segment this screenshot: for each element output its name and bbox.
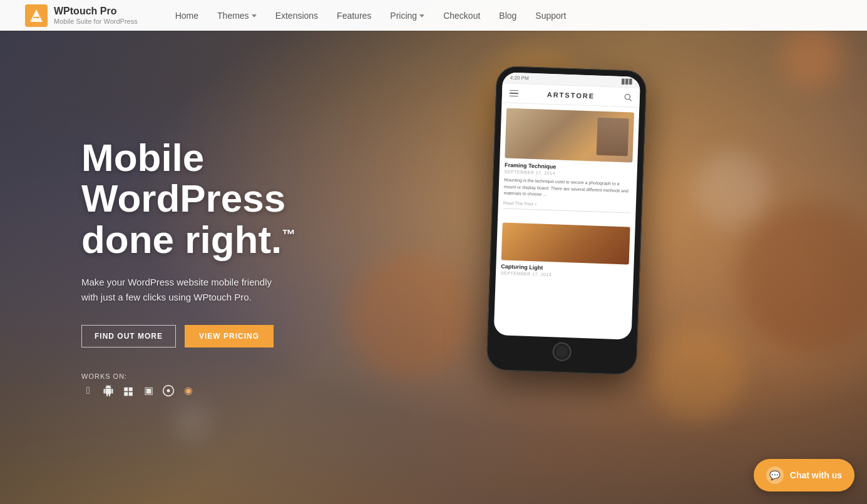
- works-on-section: WORKS ON:  ▣ ◉: [81, 373, 295, 398]
- brand-tagline: Mobile Suite for WordPress: [54, 18, 138, 26]
- svg-line-6: [629, 99, 632, 101]
- app-name: ARTSTORE: [547, 91, 595, 100]
- nav-home[interactable]: Home: [175, 11, 198, 21]
- chat-icon: 💬: [766, 466, 784, 484]
- svg-rect-2: [33, 17, 39, 18]
- hero-section: Mobile WordPress done right.™ Make your …: [0, 31, 867, 504]
- works-on-label: WORKS ON:: [81, 373, 295, 380]
- search-icon: [623, 93, 632, 101]
- nav-pricing[interactable]: Pricing: [390, 11, 424, 21]
- post-2-image: [501, 222, 630, 264]
- nav-support[interactable]: Support: [535, 11, 566, 21]
- themes-chevron-icon: [252, 14, 257, 18]
- apple-icon: : [81, 384, 95, 398]
- hamburger-icon: [510, 90, 518, 96]
- nav-checkout[interactable]: Checkout: [443, 11, 480, 21]
- nav-features[interactable]: Features: [337, 11, 371, 21]
- nav-extensions[interactable]: Extensions: [275, 11, 318, 21]
- chat-label: Chat with us: [790, 470, 842, 480]
- platform-icons:  ▣ ◉: [81, 384, 295, 398]
- hero-buttons: FIND OUT MORE VIEW PRICING: [81, 325, 295, 347]
- phone-home-button: [552, 342, 572, 361]
- view-pricing-button[interactable]: VIEW PRICING: [185, 325, 274, 347]
- svg-point-4: [167, 389, 170, 392]
- ubuntu-icon: [162, 384, 175, 398]
- windows-phone-icon: [121, 384, 135, 398]
- logo[interactable]: WPtouch Pro Mobile Suite for WordPress: [25, 4, 138, 27]
- firefox-os-icon: ◉: [182, 384, 195, 398]
- post-1-image: [505, 108, 634, 163]
- android-icon: [101, 384, 115, 398]
- nav-themes[interactable]: Themes: [217, 11, 257, 21]
- nav-blog[interactable]: Blog: [499, 11, 516, 21]
- pricing-chevron-icon: [419, 14, 424, 18]
- logo-icon: [25, 4, 48, 27]
- nav-links: Home Themes Extensions Features Pricing …: [175, 11, 567, 21]
- phone-post-2: Capturing Light SEPTEMBER 17, 2014: [496, 217, 635, 285]
- chat-widget[interactable]: 💬 Chat with us: [754, 459, 854, 491]
- post-1-body: Mounting is the technique used to secure…: [503, 177, 632, 201]
- blackberry-icon: ▣: [141, 384, 155, 398]
- phone-post-1: Framing Technique SEPTEMBER 17, 2014 Mou…: [498, 103, 639, 222]
- hero-title: Mobile WordPress done right.™: [81, 137, 295, 259]
- post-1-read-more: Read This Post »: [503, 200, 631, 213]
- navbar: WPtouch Pro Mobile Suite for WordPress H…: [0, 0, 867, 31]
- hero-description: Make your WordPress website mobile frien…: [81, 275, 295, 305]
- phone-mockup: 4:20 PM ▊▊▊ ARTSTORE Framing Techni: [491, 68, 667, 373]
- brand-name: WPtouch Pro: [54, 5, 138, 17]
- hero-content: Mobile WordPress done right.™ Make your …: [0, 137, 295, 397]
- phone-screen: 4:20 PM ▊▊▊ ARTSTORE Framing Techni: [494, 72, 641, 339]
- find-out-more-button[interactable]: FIND OUT MORE: [81, 325, 176, 347]
